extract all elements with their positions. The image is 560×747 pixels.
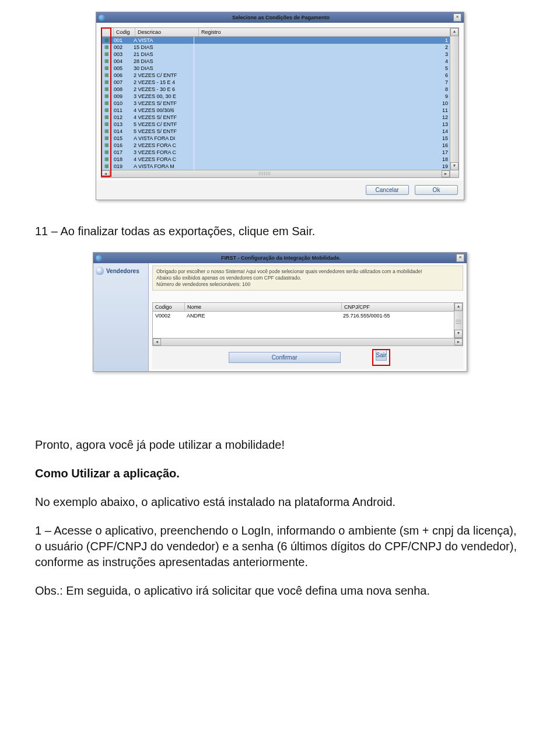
cell-registro: 3	[194, 51, 459, 58]
table-row[interactable]: ▦015A VISTA FORA DI15	[102, 135, 459, 142]
checkbox-icon[interactable]: ▦	[102, 65, 112, 72]
sidebar: Vendedores	[93, 263, 149, 371]
scroll-left-icon[interactable]: ◄	[153, 338, 161, 345]
table-row[interactable]: ▦0103 VEZES S/ ENTF10	[102, 100, 459, 107]
cell-codigo: 008	[112, 86, 132, 93]
scroll-right-icon[interactable]: ►	[442, 170, 450, 177]
cell-registro: 11	[194, 107, 459, 114]
table-row[interactable]: ▦0135 VEZES C/ ENTF13	[102, 121, 459, 128]
scroll-right-icon[interactable]: ►	[454, 338, 463, 345]
checkbox-icon[interactable]: ▦	[102, 44, 112, 51]
checkbox-icon[interactable]: ▦	[102, 72, 112, 79]
grid-header: Codig Descricao Registro	[102, 28, 459, 37]
table-row[interactable]: ▦0124 VEZES S/ ENTF12	[102, 114, 459, 121]
scroll-up-icon[interactable]: ▲	[450, 28, 459, 36]
checkbox-icon[interactable]: ▦	[102, 37, 112, 44]
checkbox-icon[interactable]: ▦	[102, 114, 112, 121]
vendedores-grid[interactable]: Codigo Nome CNPJ/CPF V0002 ANDRE 25.716.…	[152, 302, 463, 338]
checkbox-icon[interactable]: ▦	[102, 163, 112, 170]
checkbox-icon[interactable]: ▦	[102, 100, 112, 107]
globe-icon	[96, 255, 102, 261]
table-row[interactable]: ▦0062 VEZES C/ ENTF6	[102, 72, 459, 79]
table-row[interactable]: ▦00215 DIAS2	[102, 44, 459, 51]
checkbox-icon[interactable]: ▦	[102, 79, 112, 86]
table-row[interactable]: ▦0093 VEZES 00, 30 E9	[102, 93, 459, 100]
scroll-down-icon[interactable]: ▼	[450, 162, 459, 170]
cell-codigo: 007	[112, 79, 132, 86]
cell-descricao: 3 VEZES 00, 30 E	[132, 93, 194, 100]
table-row[interactable]: ▦001A VISTA1	[102, 37, 459, 44]
table-row[interactable]: ▦00530 DIAS5	[102, 65, 459, 72]
scroll-grip-icon[interactable]	[456, 320, 461, 324]
ok-button[interactable]: Ok	[415, 185, 458, 195]
cell-codigo: 002	[112, 44, 132, 51]
vertical-scrollbar[interactable]: ▲ ▼	[454, 303, 463, 338]
info-line-3: Número de vendedores selecionáveis: 100	[156, 281, 459, 288]
exemplo-text: No exemplo abaixo, o aplicativo está ins…	[35, 494, 525, 510]
payment-grid[interactable]: Codig Descricao Registro ▦001A VISTA1▦00…	[101, 27, 459, 178]
col-codigo: Codig	[114, 28, 135, 36]
table-row[interactable]: V0002 ANDRE 25.716.555/0001-55	[153, 312, 463, 320]
cell-descricao: 4 VEZES S/ ENTF	[132, 114, 194, 121]
table-row[interactable]: ▦0173 VEZES FORA C17	[102, 149, 459, 156]
table-row[interactable]: ▦0184 VEZES FORA C18	[102, 156, 459, 163]
info-line-1: Obrigado por escolher o nosso Sistema! A…	[156, 268, 459, 275]
col-registro: Registro	[199, 28, 459, 36]
checkbox-icon[interactable]: ▦	[102, 107, 112, 114]
person-icon	[96, 267, 104, 275]
table-row[interactable]: ▦0145 VEZES S/ ENTF14	[102, 128, 459, 135]
cell-registro: 15	[194, 135, 459, 142]
cell-registro: 6	[194, 72, 459, 79]
checkbox-icon[interactable]: ▦	[102, 149, 112, 156]
table-row[interactable]: ▦0114 VEZES 00/30/611	[102, 107, 459, 114]
checkbox-icon[interactable]: ▦	[102, 86, 112, 93]
cell-registro: 12	[194, 114, 459, 121]
checkbox-icon[interactable]: ▦	[102, 128, 112, 135]
cell-registro: 19	[194, 163, 459, 170]
close-icon[interactable]: ×	[453, 13, 461, 22]
table-row[interactable]: ▦0072 VEZES - 15 E 47	[102, 79, 459, 86]
cell-descricao: A VISTA FORA M	[132, 163, 194, 170]
cancel-button[interactable]: Cancelar	[366, 185, 409, 195]
checkbox-icon[interactable]: ▦	[102, 51, 112, 58]
horizontal-scrollbar[interactable]: ◄ ►	[152, 338, 463, 346]
cell-nome: ANDRE	[184, 312, 341, 319]
col-codigo: Codigo	[153, 303, 185, 311]
cell-codigo: V0002	[153, 312, 184, 319]
table-row[interactable]: ▦019A VISTA FORA M19	[102, 163, 459, 170]
close-icon[interactable]: ×	[456, 254, 464, 262]
cell-codigo: 004	[112, 58, 132, 65]
scroll-left-icon[interactable]: ◄	[102, 170, 110, 177]
checkbox-icon[interactable]: ▦	[102, 121, 112, 128]
confirmar-button[interactable]: Confirmar	[229, 352, 341, 363]
table-row[interactable]: ▦0082 VEZES - 30 E 68	[102, 86, 459, 93]
cell-descricao: 30 DIAS	[132, 65, 194, 72]
checkbox-icon[interactable]: ▦	[102, 135, 112, 142]
checkbox-icon[interactable]: ▦	[102, 156, 112, 163]
cell-registro: 7	[194, 79, 459, 86]
step-11-text: 11 – Ao finalizar todas as exportações, …	[35, 224, 525, 239]
table-row[interactable]: ▦00428 DIAS4	[102, 58, 459, 65]
checkbox-icon[interactable]: ▦	[102, 93, 112, 100]
horizontal-scrollbar[interactable]: ◄ ►	[102, 170, 459, 177]
dialog2-titlebar: FIRST - Configuração da Integração Mobil…	[93, 253, 467, 263]
cell-descricao: A VISTA FORA DI	[132, 135, 194, 142]
cell-codigo: 016	[112, 142, 132, 149]
table-row[interactable]: ▦0162 VEZES FORA C16	[102, 142, 459, 149]
scroll-down-icon[interactable]: ▼	[454, 330, 463, 338]
checkbox-icon[interactable]: ▦	[102, 58, 112, 65]
cell-codigo: 017	[112, 149, 132, 156]
checkbox-icon[interactable]: ▦	[102, 142, 112, 149]
sidebar-item-vendedores[interactable]: Vendedores	[96, 267, 146, 275]
cell-descricao: 3 VEZES FORA C	[132, 149, 194, 156]
cell-registro: 4	[194, 58, 459, 65]
globe-icon	[99, 15, 105, 21]
cell-registro: 13	[194, 121, 459, 128]
cell-descricao: A VISTA	[132, 37, 194, 44]
table-row[interactable]: ▦00321 DIAS3	[102, 51, 459, 58]
scroll-up-icon[interactable]: ▲	[454, 303, 463, 311]
sair-button[interactable]: Sair	[376, 350, 387, 361]
payment-conditions-dialog: Selecione as Condições de Pagamento × Co…	[96, 12, 464, 200]
cell-descricao: 2 VEZES C/ ENTF	[132, 72, 194, 79]
vertical-scrollbar[interactable]: ▲ ▼	[450, 28, 459, 170]
